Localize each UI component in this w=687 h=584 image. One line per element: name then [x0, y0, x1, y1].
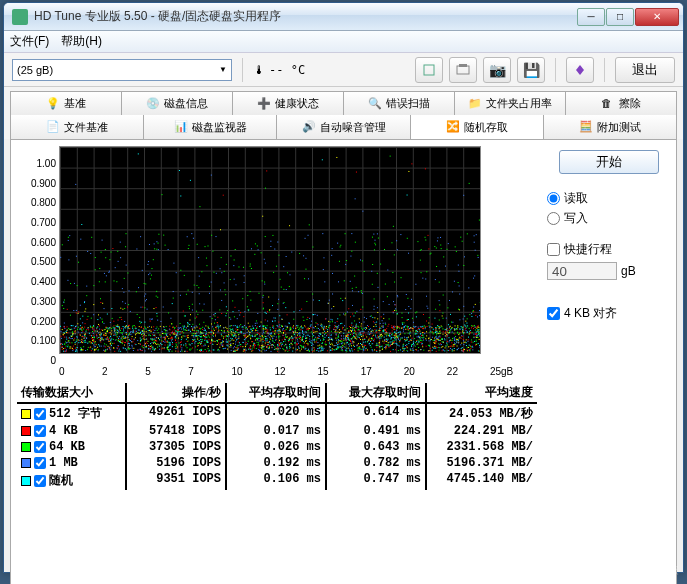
table-row: 1 MB5196 IOPS0.192 ms0.782 ms5196.371 MB…: [17, 455, 537, 471]
series-toggle[interactable]: [34, 408, 46, 420]
tab-monitor[interactable]: 📊磁盘监视器: [144, 115, 277, 139]
tab-trash[interactable]: 🗑擦除: [566, 91, 677, 115]
monitor-icon: 📊: [174, 120, 188, 134]
options-button[interactable]: [566, 57, 594, 83]
menu-help[interactable]: 帮助(H): [61, 33, 102, 50]
y-axis-labels: 1.000.9000.8000.7000.6000.5000.4000.3000…: [17, 146, 59, 366]
random-access-chart: [59, 146, 481, 354]
copy-screenshot-button[interactable]: [449, 57, 477, 83]
svg-rect-1: [457, 66, 469, 74]
write-radio[interactable]: 写入: [547, 210, 670, 227]
table-row: 4 KB57418 IOPS0.017 ms0.491 ms224.291 MB…: [17, 423, 537, 439]
series-toggle[interactable]: [34, 441, 46, 453]
health-icon: ➕: [257, 97, 271, 111]
tab-disk[interactable]: 💿磁盘信息: [122, 91, 233, 115]
window-title: HD Tune 专业版 5.50 - 硬盘/固态硬盘实用程序: [34, 8, 577, 25]
app-icon: [12, 9, 28, 25]
tab-health[interactable]: ➕健康状态: [233, 91, 344, 115]
menu-file[interactable]: 文件(F): [10, 33, 49, 50]
series-toggle[interactable]: [34, 457, 46, 469]
svg-rect-2: [459, 64, 467, 67]
tab-random[interactable]: 🔀随机存取: [411, 115, 544, 139]
save-button[interactable]: 💾: [517, 57, 545, 83]
short-stroke-input: [547, 262, 617, 280]
info-icon: 💡: [46, 97, 60, 111]
tab-filebench[interactable]: 📄文件基准: [10, 115, 144, 139]
temperature-display: 🌡 -- °C: [253, 63, 305, 77]
search-icon: 🔍: [368, 97, 382, 111]
random-icon: 🔀: [446, 120, 460, 134]
x-axis-labels: 025710121517202225gB: [17, 366, 537, 377]
trash-icon: 🗑: [601, 97, 615, 111]
tab-search[interactable]: 🔍错误扫描: [344, 91, 455, 115]
series-toggle[interactable]: [34, 425, 46, 437]
tab-extra[interactable]: 🧮附加测试: [544, 115, 677, 139]
extra-icon: 🧮: [579, 120, 593, 134]
main-toolbar: (25 gB) ▼ 🌡 -- °C 📷 💾 退出: [4, 53, 683, 87]
table-row: 64 KB37305 IOPS0.026 ms0.643 ms2331.568 …: [17, 439, 537, 455]
tab-folder[interactable]: 📁文件夹占用率: [455, 91, 566, 115]
thermometer-icon: 🌡: [253, 63, 265, 77]
read-radio[interactable]: 读取: [547, 190, 670, 207]
minimize-button[interactable]: ─: [577, 8, 605, 26]
drive-select[interactable]: (25 gB) ▼: [12, 59, 232, 81]
menu-bar: 文件(F) 帮助(H): [4, 31, 683, 53]
tab-sound[interactable]: 🔊自动噪音管理: [277, 115, 410, 139]
filebench-icon: 📄: [46, 120, 60, 134]
results-table: 传输数据大小 操作/秒 平均存取时间 最大存取时间 平均速度 512 字节492…: [17, 383, 537, 490]
start-button[interactable]: 开始: [559, 150, 659, 174]
align-4kb-checkbox[interactable]: 4 KB 对齐: [547, 305, 670, 322]
svg-rect-0: [424, 65, 434, 75]
chevron-down-icon: ▼: [219, 65, 227, 74]
table-row: 随机9351 IOPS0.106 ms0.747 ms4745.140 MB/: [17, 471, 537, 490]
disk-icon: 💿: [146, 97, 160, 111]
sound-icon: 🔊: [302, 120, 316, 134]
exit-button[interactable]: 退出: [615, 57, 675, 83]
table-row: 512 字节49261 IOPS0.020 ms0.614 ms24.053 M…: [17, 404, 537, 423]
short-stroke-checkbox[interactable]: 快捷行程: [547, 241, 670, 258]
window-titlebar: HD Tune 专业版 5.50 - 硬盘/固态硬盘实用程序 ─ □ ✕: [4, 3, 683, 31]
series-toggle[interactable]: [34, 475, 46, 487]
tab-info[interactable]: 💡基准: [10, 91, 122, 115]
close-button[interactable]: ✕: [635, 8, 679, 26]
screenshot-button[interactable]: 📷: [483, 57, 511, 83]
folder-icon: 📁: [468, 97, 482, 111]
copy-info-button[interactable]: [415, 57, 443, 83]
maximize-button[interactable]: □: [606, 8, 634, 26]
